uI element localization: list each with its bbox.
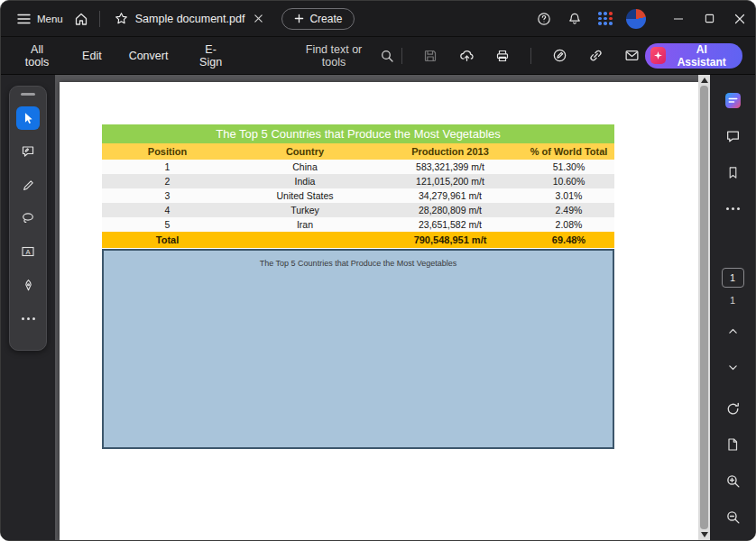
- table-row: 1 China 583,321,399 m/t 51.30%: [102, 160, 614, 174]
- vertical-scrollbar[interactable]: [698, 75, 710, 540]
- cursor-arrow-icon: [22, 112, 34, 124]
- col-header: Position: [102, 143, 233, 160]
- lasso-tool-button[interactable]: [16, 206, 40, 230]
- page-view-button[interactable]: [720, 432, 745, 457]
- app-launcher-button[interactable]: [593, 6, 618, 32]
- home-button[interactable]: [69, 6, 94, 32]
- more-panels-button[interactable]: [720, 196, 745, 221]
- bookmarks-panel-button[interactable]: [720, 160, 745, 185]
- ai-assistant-button[interactable]: AI Assistant: [645, 43, 742, 69]
- table-row: 5 Iran 23,651,582 m/t 2.08%: [102, 217, 614, 232]
- all-tools-menu[interactable]: All tools: [19, 38, 55, 74]
- link-button[interactable]: [582, 42, 609, 69]
- chevron-down-icon: [727, 362, 739, 373]
- comment-tool-button[interactable]: [16, 140, 40, 163]
- cell: 34,279,961 m/t: [377, 188, 523, 203]
- star-icon[interactable]: [115, 12, 128, 25]
- scroll-down-icon[interactable]: [701, 532, 708, 537]
- cell: 121,015,200 m/t: [377, 174, 523, 188]
- find-label: Find text or tools: [297, 43, 371, 69]
- save-icon: [423, 49, 438, 63]
- table-title: The Top 5 Countries that Produce the Mos…: [102, 124, 614, 143]
- request-signatures-button[interactable]: [546, 42, 573, 69]
- pdf-page: The Top 5 Countries that Produce the Mos…: [60, 82, 698, 540]
- rotate-page-button[interactable]: [720, 396, 745, 421]
- email-button[interactable]: [618, 42, 645, 69]
- quick-tools-panel: A: [9, 86, 47, 351]
- help-button[interactable]: [531, 6, 557, 32]
- total-percent: 69.48%: [523, 232, 614, 248]
- col-header: % of World Total: [523, 143, 614, 160]
- create-button[interactable]: Create: [281, 8, 355, 30]
- draw-tool-button[interactable]: [16, 173, 40, 197]
- menu-label: Menu: [37, 14, 63, 24]
- total-pages-label: 1: [730, 295, 735, 306]
- comments-panel-icon: [725, 129, 741, 144]
- comment-bubble-icon: [21, 144, 35, 159]
- cell: 3.01%: [523, 188, 614, 203]
- drag-handle[interactable]: [21, 93, 35, 96]
- document-tab[interactable]: Sample document.pdf: [106, 1, 275, 37]
- page-number-input[interactable]: 1: [722, 268, 744, 288]
- cell: Iran: [233, 217, 377, 232]
- window-close-icon[interactable]: [724, 1, 755, 37]
- save-button[interactable]: [417, 42, 444, 69]
- separator: [99, 11, 100, 27]
- titlebar-right: [531, 1, 755, 37]
- previous-page-button[interactable]: [720, 318, 745, 344]
- chevron-up-icon: [727, 326, 739, 337]
- select-tool-button[interactable]: [16, 106, 40, 130]
- ai-assistant-panel-button[interactable]: [720, 87, 745, 113]
- minimize-icon[interactable]: [663, 1, 694, 37]
- cell: 10.60%: [523, 174, 614, 188]
- bookmark-icon: [726, 166, 740, 179]
- home-icon: [74, 12, 88, 26]
- empty-cell: [233, 232, 377, 248]
- link-icon: [588, 48, 604, 63]
- fountain-pen-icon: [22, 279, 35, 292]
- more-tools-button[interactable]: [16, 307, 40, 330]
- find-text-button[interactable]: Find text or tools: [297, 43, 394, 69]
- cell: 2.08%: [523, 217, 614, 232]
- notifications-button[interactable]: [562, 6, 587, 32]
- account-button[interactable]: [623, 6, 649, 32]
- ellipsis-icon: [726, 207, 740, 210]
- acrobat-window: Menu Sample document.pdf Create: [0, 0, 756, 541]
- maximize-icon[interactable]: [694, 1, 724, 37]
- chart-title: The Top 5 Countries that Produce the Mos…: [260, 259, 456, 268]
- sign-tool-button[interactable]: [16, 273, 40, 297]
- svg-text:A: A: [25, 248, 30, 256]
- share-button[interactable]: [453, 42, 480, 69]
- next-page-button[interactable]: [720, 354, 745, 380]
- cloud-upload-icon: [459, 48, 475, 63]
- app-body: A The Top 5 Countries that Produce the: [1, 75, 755, 540]
- col-header: Country: [233, 143, 377, 160]
- esign-menu[interactable]: E-Sign: [195, 38, 226, 74]
- convert-menu[interactable]: Convert: [129, 44, 169, 68]
- print-button[interactable]: [489, 42, 516, 69]
- comments-panel-button[interactable]: [720, 124, 745, 149]
- zoom-out-icon: [725, 509, 741, 525]
- ellipsis-icon: [22, 317, 35, 320]
- zoom-in-button[interactable]: [720, 468, 745, 493]
- scrollbar-thumb[interactable]: [700, 86, 708, 529]
- cell: 583,321,399 m/t: [377, 160, 523, 174]
- text-box-icon: A: [21, 244, 35, 259]
- cell: 1: [102, 160, 233, 174]
- tab-close-icon[interactable]: [252, 12, 265, 25]
- cell: India: [233, 174, 377, 188]
- menu-button[interactable]: Menu: [12, 8, 69, 30]
- scroll-up-icon[interactable]: [701, 78, 708, 83]
- zoom-out-button[interactable]: [720, 504, 745, 529]
- right-rail: 1 1: [710, 75, 755, 540]
- edit-menu[interactable]: Edit: [82, 44, 102, 68]
- avatar: [626, 9, 646, 29]
- tab-title: Sample document.pdf: [135, 13, 245, 25]
- total-label: Total: [102, 232, 233, 248]
- table-row: 2 India 121,015,200 m/t 10.60%: [102, 174, 614, 188]
- current-page: 1: [730, 272, 735, 283]
- add-text-tool-button[interactable]: A: [16, 240, 40, 263]
- cell: United States: [233, 188, 377, 203]
- document-viewport: The Top 5 Countries that Produce the Mos…: [55, 75, 698, 540]
- plus-icon: [294, 14, 304, 23]
